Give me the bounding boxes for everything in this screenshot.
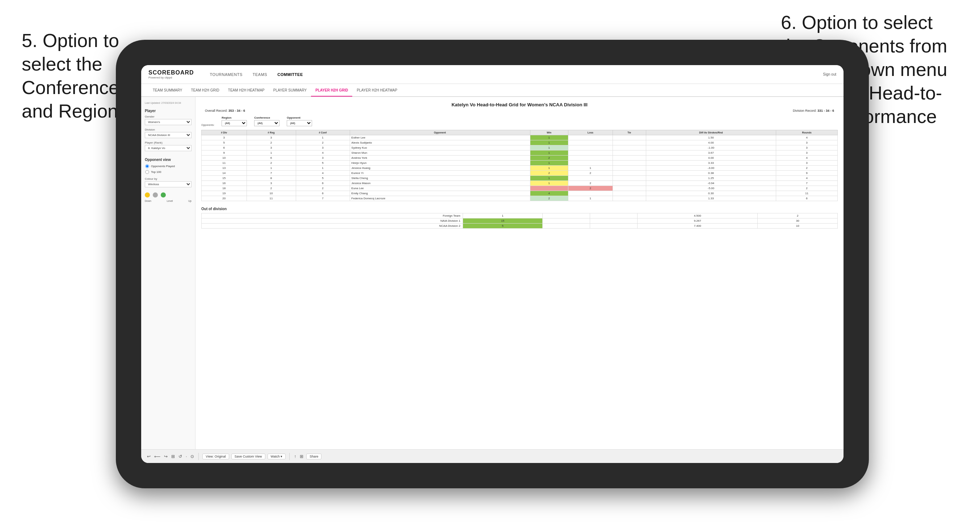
cell-div: 15: [202, 176, 247, 181]
cell-rounds: 7: [776, 181, 838, 186]
cell-div: 14: [202, 171, 247, 176]
table-row: 19 10 6 Emily Chang 4 0.30 11: [202, 191, 838, 196]
cell-tie: [612, 135, 646, 140]
cell-rounds: 3: [776, 151, 838, 156]
toolbar-grid[interactable]: ⊞: [170, 453, 176, 460]
dot-up: [161, 192, 166, 197]
cell-conf: 1: [296, 166, 350, 171]
cell-opponent: Federica Domecq Lacroze: [350, 196, 530, 201]
cell-div: 19: [202, 191, 247, 196]
toolbar-clock[interactable]: ⊙: [190, 453, 195, 460]
subnav-player-summary[interactable]: PLAYER SUMMARY: [269, 84, 311, 97]
toolbar-layout[interactable]: ⊞: [299, 453, 304, 460]
col-win: Win: [530, 130, 568, 135]
cell-rounds: 9: [776, 171, 838, 176]
save-custom-view-btn[interactable]: Save Custom View: [231, 454, 266, 459]
colour-by-label: Colour by: [145, 177, 191, 181]
cell-win: 1: [530, 166, 568, 171]
share-btn[interactable]: Share: [306, 454, 321, 459]
cell-tie: [612, 196, 646, 201]
cell-win: 2: [530, 171, 568, 176]
cell-tie: [612, 151, 646, 156]
cell-win: 2: [530, 196, 568, 201]
cell-rounds: 3: [776, 140, 838, 145]
cell-diff: 1.50: [646, 135, 776, 140]
subnav-player-h2h-grid[interactable]: PLAYER H2H GRID: [311, 84, 352, 97]
cell-loss: [568, 135, 612, 140]
last-updated: Last Updated: 27/03/2024 04:34: [145, 101, 191, 105]
sidebar-player-title: Player: [145, 109, 191, 113]
cell-diff: 4.00: [646, 156, 776, 160]
cell-diff: 0.38: [646, 171, 776, 176]
toolbar-back[interactable]: ⟵: [153, 453, 161, 460]
cell-rounds: 2: [776, 186, 838, 191]
out-cell-loss: [542, 213, 590, 219]
cell-tie: [612, 176, 646, 181]
subnav-team-summary[interactable]: TEAM SUMMARY: [148, 84, 187, 97]
logo-text: SCOREBOARD: [148, 70, 194, 76]
cell-diff: 3.67: [646, 151, 776, 156]
toolbar-dot[interactable]: ·: [185, 453, 188, 460]
region-filter-select[interactable]: (All): [221, 120, 247, 126]
table-row: 14 7 4 Eunice Yi 2 2 0.38 9: [202, 171, 838, 176]
out-cell-diff: 7.400: [637, 224, 758, 229]
cell-loss: 1: [568, 166, 612, 171]
colour-by-select[interactable]: Win/loss: [145, 181, 191, 187]
dot-level: [153, 192, 158, 197]
cell-div: 6: [202, 145, 247, 151]
cell-conf: 4: [296, 151, 350, 156]
sign-out-link[interactable]: Sign out: [823, 72, 836, 76]
opponents-filter-group: Opponents:: [201, 124, 214, 126]
cell-opponent: Esther Lee: [350, 135, 530, 140]
cell-win: 1: [530, 140, 568, 145]
toolbar-sep1: [198, 453, 199, 460]
cell-tie: [612, 186, 646, 191]
cell-win: 2: [530, 156, 568, 160]
cell-div: 20: [202, 196, 247, 201]
conference-filter-select[interactable]: (All): [254, 120, 280, 126]
view-original-btn[interactable]: View: Original: [202, 454, 229, 459]
out-cell-diff: 9.267: [637, 219, 758, 224]
cell-conf: 6: [296, 181, 350, 186]
player-rank-select[interactable]: 8. Katelyn Vo: [145, 145, 191, 151]
cell-opponent: Jessica Mason: [350, 181, 530, 186]
dot-down: [145, 192, 150, 197]
tablet-screen: SCOREBOARD Powered by clippd TOURNAMENTS…: [141, 65, 843, 463]
subnav-team-h2h-heatmap[interactable]: TEAM H2H HEATMAP: [224, 84, 269, 97]
cell-diff: -5.00: [646, 186, 776, 191]
toolbar-upload[interactable]: ↑: [293, 453, 297, 460]
division-select[interactable]: NCAA Division III: [145, 132, 191, 138]
cell-reg: 3: [247, 145, 296, 151]
scoreboard-logo: SCOREBOARD Powered by clippd: [148, 70, 194, 79]
filter-section: Opponents: Region (All) Conference (All): [201, 116, 838, 126]
subnav-player-h2h-heatmap[interactable]: PLAYER H2H HEATMAP: [352, 84, 401, 97]
toolbar-undo[interactable]: ↩: [146, 453, 151, 460]
toolbar-refresh[interactable]: ↺: [178, 453, 183, 460]
logo-subtext: Powered by clippd: [148, 76, 194, 79]
radio-top100[interactable]: Top 100: [145, 170, 191, 175]
table-row: 16 3 6 Jessica Mason 1 2 -0.94 7: [202, 181, 838, 186]
col-div: # Div: [202, 130, 247, 135]
panel-title: Katelyn Vo Head-to-Head Grid for Women's…: [201, 102, 838, 108]
watch-btn[interactable]: Watch ▾: [267, 454, 286, 459]
cell-loss: 1: [568, 196, 612, 201]
subnav-team-h2h-grid[interactable]: TEAM H2H GRID: [187, 84, 224, 97]
nav-teams[interactable]: TEAMS: [248, 65, 272, 84]
cell-tie: [612, 171, 646, 176]
gender-select[interactable]: Women's: [145, 119, 191, 125]
player-rank-label: Player (Rank): [145, 141, 191, 144]
cell-conf: 6: [296, 191, 350, 196]
out-table-row: Foreign Team 1 4.500 2: [202, 213, 838, 219]
cell-loss: 2: [568, 171, 612, 176]
out-of-division-table: Foreign Team 1 4.500 2 NAIA Division 1 1…: [201, 213, 838, 229]
nav-tournaments[interactable]: TOURNAMENTS: [205, 65, 248, 84]
toolbar-redo[interactable]: ↪: [163, 453, 168, 460]
nav-committee[interactable]: COMMITTEE: [272, 65, 308, 84]
out-cell-rounds: 2: [758, 213, 838, 219]
label-down: Down: [145, 200, 151, 202]
out-cell-loss: [542, 224, 590, 229]
opponent-filter-select[interactable]: (All): [287, 120, 312, 126]
radio-opponents-played[interactable]: Opponents Played: [145, 164, 191, 168]
overall-record: Overall Record: 353 - 34 - 6: [205, 109, 245, 113]
col-rounds: Rounds: [776, 130, 838, 135]
